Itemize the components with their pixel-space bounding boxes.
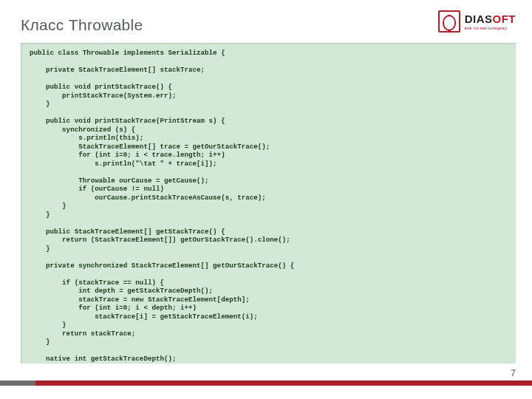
page-title: Класс Throwable bbox=[21, 16, 143, 34]
code-content: public class Throwable implements Serial… bbox=[30, 49, 507, 364]
brand-logo: DIASOFT всё по-настоящему bbox=[438, 10, 516, 33]
logo-icon bbox=[438, 10, 460, 33]
footer-divider bbox=[0, 381, 532, 386]
page-number: 7 bbox=[511, 368, 516, 378]
brand-tagline: всё по-настоящему bbox=[465, 26, 516, 30]
brand-name: DIASOFT bbox=[465, 13, 516, 24]
code-block: public class Throwable implements Serial… bbox=[21, 43, 516, 364]
